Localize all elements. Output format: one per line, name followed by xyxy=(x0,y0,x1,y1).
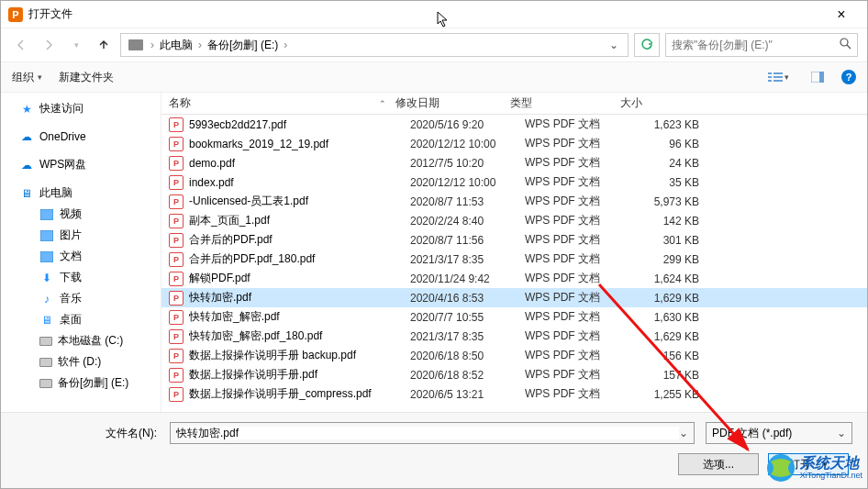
file-size: 96 KB xyxy=(635,138,718,150)
file-date: 2021/3/17 8:35 xyxy=(410,330,525,343)
pdf-file-icon xyxy=(169,368,184,383)
filter-label: PDF 文档 (*.pdf) xyxy=(712,426,792,441)
file-row[interactable]: 数据上报操作说明手册.pdf2020/6/18 8:52WPS PDF 文档15… xyxy=(161,365,867,384)
sidebar-item-drive-e[interactable]: 备份[勿删] (E:) xyxy=(1,372,161,394)
search-box[interactable] xyxy=(665,33,858,57)
sidebar-item-drive-d[interactable]: 软件 (D:) xyxy=(1,351,161,372)
forward-button[interactable] xyxy=(38,34,60,56)
file-type: WPS PDF 文档 xyxy=(525,232,635,248)
sidebar-item-docs[interactable]: 文档 xyxy=(1,246,161,267)
file-row[interactable]: 快转加密_解密.pdf_180.pdf2021/3/17 8:35WPS PDF… xyxy=(161,327,867,346)
file-size: 1,630 KB xyxy=(635,311,718,324)
file-row[interactable]: demo.pdf2012/7/5 10:20WPS PDF 文档24 KB xyxy=(161,153,867,172)
tree-label: 桌面 xyxy=(60,312,82,328)
search-input[interactable] xyxy=(672,39,840,51)
view-mode-button[interactable]: ▾ xyxy=(763,69,794,85)
file-row[interactable]: index.pdf2020/12/12 10:00WPS PDF 文档35 KB xyxy=(161,172,867,192)
file-name: 快转加密_解密.pdf_180.pdf xyxy=(189,328,410,344)
up-button[interactable] xyxy=(93,34,115,56)
file-name: 解锁PDF.pdf xyxy=(189,271,410,286)
pdf-file-icon xyxy=(169,156,184,171)
file-type: WPS PDF 文档 xyxy=(525,348,635,363)
close-button[interactable]: × xyxy=(823,6,860,23)
open-button[interactable]: 打开 ▾ xyxy=(768,453,849,475)
tree-label: 备份[勿删] (E:) xyxy=(58,375,128,391)
svg-line-1 xyxy=(847,45,851,49)
file-row[interactable]: 副本_页面_1.pdf2020/2/24 8:40WPS PDF 文档142 K… xyxy=(161,211,867,230)
organize-button[interactable]: 组织▾ xyxy=(12,70,42,85)
pdf-file-icon xyxy=(169,194,184,209)
svg-rect-7 xyxy=(773,80,783,82)
file-name: 合并后的PDF.pdf_180.pdf xyxy=(189,251,410,267)
file-row[interactable]: 快转加密.pdf2020/4/16 8:53WPS PDF 文档1,629 KB xyxy=(161,288,867,307)
breadcrumb-pc[interactable]: 此电脑 xyxy=(158,38,195,53)
sidebar-item-music[interactable]: ♪音乐 xyxy=(1,288,161,309)
filetype-filter[interactable]: PDF 文档 (*.pdf) ⌄ xyxy=(706,422,852,444)
file-date: 2020/6/18 8:50 xyxy=(410,350,525,362)
file-row[interactable]: 合并后的PDF.pdf_180.pdf2021/3/17 8:35WPS PDF… xyxy=(161,250,867,269)
sidebar-item-pictures[interactable]: 图片 xyxy=(1,225,161,246)
arrow-left-icon xyxy=(15,39,28,51)
sidebar-item-drive-c[interactable]: 本地磁盘 (C:) xyxy=(1,330,161,351)
svg-rect-4 xyxy=(768,80,772,82)
recent-dropdown[interactable]: ▾ xyxy=(65,34,87,56)
file-name: 数据上报操作说明手册 backup.pdf xyxy=(189,348,410,363)
sidebar-item-quick[interactable]: ★快速访问 xyxy=(1,98,161,119)
file-size: 157 KB xyxy=(635,369,718,382)
file-row[interactable]: 解锁PDF.pdf2020/11/24 9:42WPS PDF 文档1,624 … xyxy=(161,269,867,288)
options-button[interactable]: 选项... xyxy=(678,453,759,475)
tree-label: 视频 xyxy=(60,206,82,222)
sort-indicator-icon: ⌃ xyxy=(379,99,386,108)
titlebar: P 打开文件 × xyxy=(1,1,867,28)
downloads-icon: ⬇ xyxy=(39,271,54,285)
sidebar-item-wps[interactable]: ☁WPS网盘 xyxy=(1,154,161,175)
pdf-file-icon xyxy=(169,117,184,132)
file-size: 5,973 KB xyxy=(635,195,718,208)
file-row[interactable]: bookmarks_2019_12_19.pdf2020/12/12 10:00… xyxy=(161,134,867,153)
sidebar-item-pc[interactable]: 🖥此电脑 xyxy=(1,183,161,204)
sidebar-item-desktop[interactable]: 🖥桌面 xyxy=(1,309,161,330)
back-button[interactable] xyxy=(10,34,32,56)
file-type: WPS PDF 文档 xyxy=(525,367,635,383)
column-type[interactable]: 类型 xyxy=(510,95,620,111)
file-type: WPS PDF 文档 xyxy=(525,213,635,228)
sidebar-item-onedrive[interactable]: ☁OneDrive xyxy=(1,127,161,147)
help-button[interactable]: ? xyxy=(841,70,856,84)
filename-input[interactable] xyxy=(176,427,679,439)
chevron-down-icon[interactable]: ⌄ xyxy=(679,427,688,439)
file-row[interactable]: 数据上报操作说明手册_compress.pdf2020/6/5 13:21WPS… xyxy=(161,384,867,404)
file-date: 2020/7/7 10:55 xyxy=(410,311,525,324)
file-row[interactable]: 快转加密_解密.pdf2020/7/7 10:55WPS PDF 文档1,630… xyxy=(161,307,867,327)
new-folder-button[interactable]: 新建文件夹 xyxy=(59,70,114,85)
column-name[interactable]: 名称⌃ xyxy=(161,95,395,111)
breadcrumb-drive[interactable]: 备份[勿删] (E:) xyxy=(206,38,280,53)
column-date[interactable]: 修改日期 xyxy=(395,95,510,111)
svg-rect-6 xyxy=(773,76,783,78)
file-type: WPS PDF 文档 xyxy=(525,328,635,344)
tree-label: 下载 xyxy=(60,270,82,285)
file-date: 2020/6/18 8:52 xyxy=(410,369,525,382)
pdf-file-icon xyxy=(169,137,184,151)
tree-label: 快速访问 xyxy=(39,101,83,117)
file-row[interactable]: -Unlicensed-员工表1.pdf2020/8/7 11:53WPS PD… xyxy=(161,192,867,211)
svg-rect-2 xyxy=(768,72,772,74)
sidebar-item-video[interactable]: 视频 xyxy=(1,204,161,225)
file-row[interactable]: 数据上报操作说明手册 backup.pdf2020/6/18 8:50WPS P… xyxy=(161,346,867,365)
breadcrumb-dropdown[interactable]: ⌄ xyxy=(604,39,624,51)
arrow-up-icon xyxy=(97,39,110,51)
file-date: 2021/3/17 8:35 xyxy=(410,253,525,266)
sidebar-item-downloads[interactable]: ⬇下载 xyxy=(1,267,161,288)
refresh-button[interactable] xyxy=(634,33,660,57)
drive-icon xyxy=(39,337,52,346)
search-icon[interactable] xyxy=(840,38,851,52)
file-size: 156 KB xyxy=(635,350,718,362)
breadcrumb[interactable]: › 此电脑 › 备份[勿删] (E:) › ⌄ xyxy=(120,33,629,57)
file-size: 1,624 KB xyxy=(635,272,718,285)
file-row[interactable]: 合并后的PDF.pdf2020/8/7 11:56WPS PDF 文档301 K… xyxy=(161,230,867,250)
filename-combobox[interactable]: ⌄ xyxy=(170,422,695,444)
column-size[interactable]: 大小 xyxy=(620,95,703,111)
preview-pane-button[interactable] xyxy=(807,69,829,85)
file-date: 2020/8/7 11:53 xyxy=(410,195,525,208)
split-chevron-icon[interactable]: ▾ xyxy=(817,460,828,469)
file-row[interactable]: 5993ecb2dd217.pdf2020/5/16 9:20WPS PDF 文… xyxy=(161,115,867,134)
